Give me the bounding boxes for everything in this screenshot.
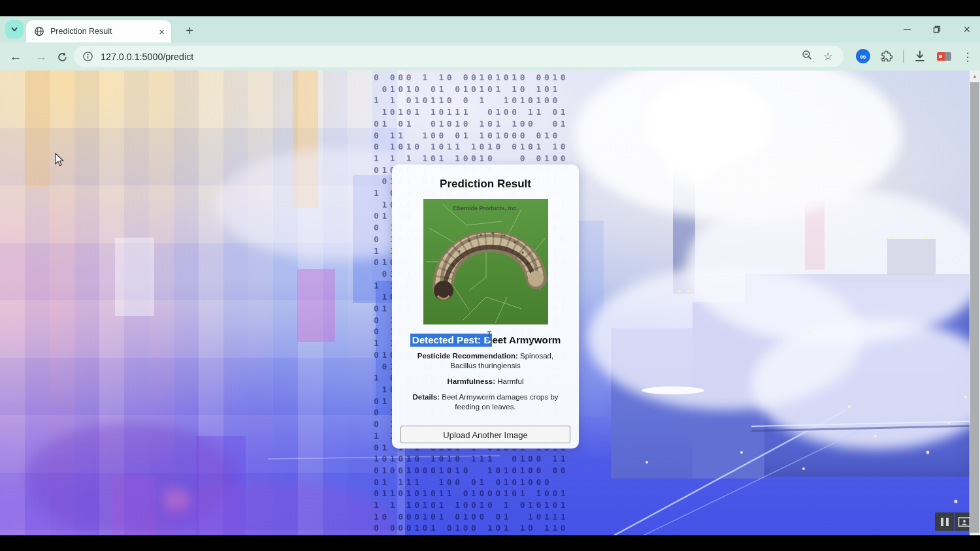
scrollbar-thumb[interactable] (970, 82, 979, 533)
detected-pest-line: Detected Pest: Beet Armyworm (392, 334, 579, 345)
browser-window: Prediction Result × + × ← → (0, 0, 980, 551)
minimize-button[interactable] (899, 22, 915, 37)
pest-image: Chemide Products, Inc. (423, 199, 548, 324)
restore-button[interactable] (929, 22, 945, 37)
tab-search-button[interactable] (5, 20, 24, 39)
browser-menu-button[interactable]: ⋮ (961, 48, 974, 65)
harmfulness-value: Harmful (495, 377, 523, 385)
globe-icon (34, 26, 44, 37)
tab-close-icon[interactable]: × (159, 27, 165, 37)
details-label: Details: (412, 393, 440, 401)
extensions-puzzle-icon[interactable] (880, 50, 893, 65)
chevron-down-icon (10, 25, 18, 33)
reload-button[interactable] (54, 48, 71, 65)
bookmark-star-icon[interactable]: ☆ (823, 51, 833, 62)
download-icon[interactable] (913, 50, 926, 65)
tab-prediction-result[interactable]: Prediction Result × (26, 20, 171, 42)
card-title: Prediction Result (392, 178, 579, 191)
address-bar[interactable]: 127.0.0.1:5000/predict ☆ (74, 46, 843, 67)
image-watermark: Chemide Products, Inc. (452, 205, 517, 212)
extension-icon-blue[interactable]: ∞ (856, 49, 870, 63)
browser-toolbar: ← → 127.0.0.1:5000/predict (0, 42, 980, 71)
restore-icon (933, 25, 941, 33)
pesticide-label: Pesticide Recommendation: (417, 352, 518, 360)
scrollbar-up-arrow[interactable]: ▲ (970, 71, 980, 82)
harmfulness-line: Harmfulness: Harmful (392, 377, 579, 386)
tab-title: Prediction Result (50, 27, 159, 36)
bottom-letterbox-bar (0, 535, 980, 551)
harmfulness-label: Harmfulness: (448, 377, 496, 385)
url-text: 127.0.0.1:5000/predict (101, 52, 802, 62)
pesticide-line: Pesticide Recommendation: Spinosad, Baci… (408, 351, 563, 371)
detected-rest: eet Armyworm (492, 334, 561, 345)
details-line: Details: Beet Armyworm damages crops by … (401, 392, 570, 412)
back-button[interactable]: ← (7, 48, 24, 65)
reload-icon (57, 52, 68, 63)
page-scrollbar[interactable]: ▲ (970, 71, 980, 535)
window-controls: × (899, 22, 975, 37)
close-window-button[interactable]: × (959, 22, 975, 37)
details-value: Beet Armyworm damages crops by feeding o… (440, 393, 559, 411)
page-viewport: 0 000 1 10 00101010 0010 01010 01 010101… (0, 71, 980, 535)
selected-text: Detected Pest: B (410, 334, 493, 347)
tab-strip: Prediction Result × + × (0, 16, 980, 42)
minimize-icon (904, 29, 911, 30)
text-select-cursor (486, 331, 493, 343)
forward-button[interactable]: → (33, 48, 50, 65)
prediction-result-card: Prediction Result (392, 165, 579, 449)
picture-in-picture-icon (958, 516, 971, 527)
mouse-cursor (55, 153, 65, 169)
pause-icon (941, 518, 949, 526)
extension-badge-icon[interactable] (937, 52, 951, 61)
new-tab-button[interactable]: + (182, 23, 197, 39)
upload-another-image-button[interactable]: Upload Another Image (400, 426, 570, 443)
site-info-icon[interactable] (82, 51, 93, 62)
top-letterbox-bar (0, 0, 980, 16)
pause-video-button[interactable] (935, 512, 954, 531)
zoom-out-icon[interactable] (802, 50, 813, 63)
toolbar-separator (903, 50, 904, 63)
